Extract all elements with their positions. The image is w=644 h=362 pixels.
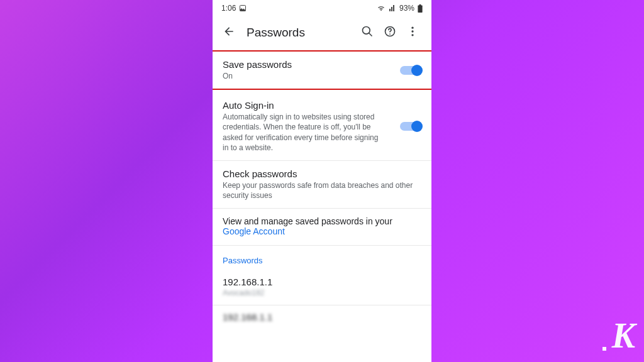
watermark-letter: K xyxy=(612,316,635,355)
password-site: 192.168.1.1 xyxy=(223,312,421,322)
password-site: 192.168.1.1 xyxy=(223,277,421,287)
svg-point-3 xyxy=(363,27,370,35)
signal-icon xyxy=(389,4,396,12)
svg-point-8 xyxy=(411,34,413,36)
svg-point-5 xyxy=(389,33,391,35)
search-icon xyxy=(361,25,374,38)
back-button[interactable] xyxy=(220,23,238,43)
auto-signin-row[interactable]: Auto Sign-in Automatically sign in to we… xyxy=(213,90,431,161)
password-entry[interactable]: 192.168.1.1 Avocado182 xyxy=(213,270,431,305)
battery-icon xyxy=(418,4,423,13)
watermark: K xyxy=(612,315,635,356)
svg-point-7 xyxy=(411,30,413,32)
save-passwords-title: Save passwords xyxy=(223,59,400,70)
phone-frame: 1:06 93% Passwords Save passwords On xyxy=(213,0,431,362)
overflow-button[interactable] xyxy=(401,21,424,44)
arrow-left-icon xyxy=(223,25,235,38)
save-passwords-row[interactable]: Save passwords On xyxy=(213,52,431,89)
save-passwords-toggle[interactable] xyxy=(400,66,421,75)
auto-signin-toggle[interactable] xyxy=(400,122,421,131)
password-entry[interactable]: 192.168.1.1 xyxy=(213,305,431,331)
auto-signin-title: Auto Sign-in xyxy=(223,100,400,111)
check-passwords-sub: Keep your passwords safe from data breac… xyxy=(223,180,421,200)
svg-rect-1 xyxy=(418,5,422,13)
google-account-link[interactable]: Google Account xyxy=(223,226,285,236)
status-time: 1:06 xyxy=(221,4,236,13)
help-icon xyxy=(384,25,396,38)
save-passwords-sub: On xyxy=(223,71,400,81)
wifi-icon xyxy=(377,4,386,12)
highlight-box: Save passwords On xyxy=(213,50,431,90)
status-battery: 93% xyxy=(399,4,414,13)
search-button[interactable] xyxy=(356,21,379,44)
svg-rect-2 xyxy=(419,4,421,6)
help-button[interactable] xyxy=(379,21,401,44)
password-user: Avocado182 xyxy=(223,288,421,297)
auto-signin-sub: Automatically sign in to websites using … xyxy=(223,112,380,153)
app-bar: Passwords xyxy=(213,15,431,50)
manage-row[interactable]: View and manage saved passwords in your … xyxy=(213,209,431,246)
watermark-dots xyxy=(602,319,612,362)
image-icon xyxy=(239,4,247,12)
passwords-section-header: Passwords xyxy=(213,246,431,270)
status-bar: 1:06 93% xyxy=(213,0,431,15)
svg-point-6 xyxy=(411,27,413,29)
check-passwords-row[interactable]: Check passwords Keep your passwords safe… xyxy=(213,161,431,209)
check-passwords-title: Check passwords xyxy=(223,168,421,179)
more-vert-icon xyxy=(406,25,419,38)
manage-text: View and manage saved passwords in your xyxy=(223,216,392,226)
page-title: Passwords xyxy=(247,26,356,40)
